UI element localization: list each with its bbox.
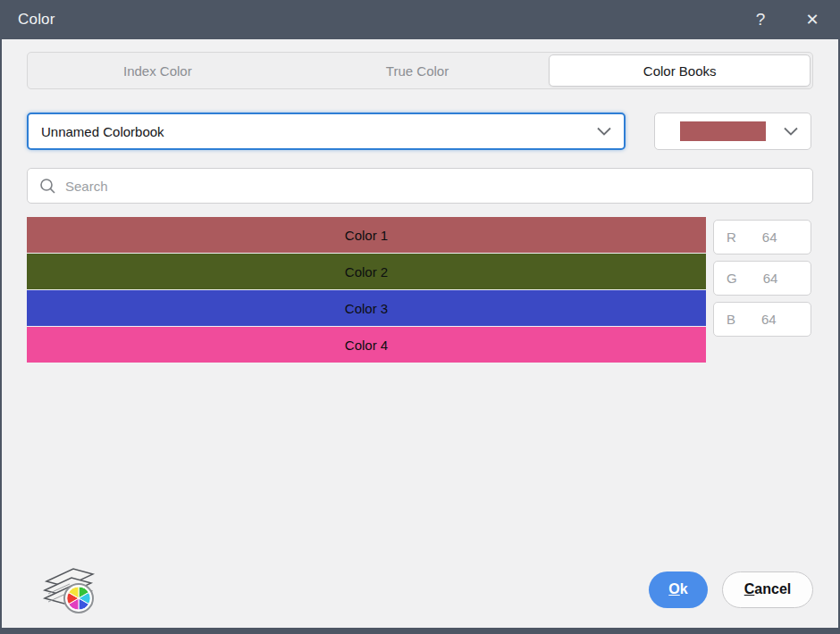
cancel-button[interactable]: Cancel: [722, 571, 813, 608]
chevron-down-icon: [784, 127, 798, 136]
cancel-button-label: Cancel: [744, 581, 791, 597]
list-item[interactable]: Color 3: [27, 290, 706, 326]
color-list: Color 1 Color 2 Color 3 Color 4: [27, 217, 706, 363]
green-value: 64: [763, 271, 778, 286]
red-value: 64: [762, 229, 777, 245]
list-item[interactable]: Color 1: [27, 217, 706, 253]
list-row: Color 1 Color 2 Color 3 Color 4 R 64 G 6…: [27, 217, 813, 363]
window-title: Color: [18, 11, 55, 29]
blue-label: B: [727, 312, 735, 327]
list-item[interactable]: Color 4: [27, 327, 706, 363]
tab-color-books[interactable]: Color Books: [549, 54, 811, 87]
controls-row: Unnamed Colorbook: [27, 113, 813, 150]
close-icon[interactable]: ✕: [786, 0, 838, 39]
blue-value: 64: [761, 312, 777, 327]
search-input[interactable]: Search: [27, 168, 813, 204]
help-icon[interactable]: ?: [735, 0, 786, 39]
red-label: R: [727, 229, 736, 245]
chevron-down-icon: [597, 127, 611, 136]
rgb-fields: R 64 G 64 B 64: [713, 220, 811, 337]
list-item[interactable]: Color 2: [27, 254, 706, 289]
ok-button[interactable]: Ok: [649, 571, 708, 608]
tab-strip: Index Color True Color Color Books: [27, 52, 813, 89]
color-dialog: Color ? ✕ Index Color True Color Color B…: [0, 0, 840, 634]
search-icon: [39, 178, 56, 195]
footer: Ok Cancel: [27, 564, 813, 628]
green-field[interactable]: G 64: [713, 261, 811, 296]
green-label: G: [727, 271, 737, 286]
ok-button-label: Ok: [668, 581, 687, 597]
current-color-swatch: [680, 121, 766, 141]
current-color-select[interactable]: [654, 113, 811, 150]
titlebar: Color ? ✕: [2, 0, 838, 39]
colorbook-select-value: Unnamed Colorbook: [41, 124, 164, 139]
dialog-body: Index Color True Color Color Books Unnam…: [2, 39, 838, 628]
tab-true-color[interactable]: True Color: [288, 53, 548, 88]
colorbook-select[interactable]: Unnamed Colorbook: [27, 113, 626, 150]
tab-index-color[interactable]: Index Color: [28, 53, 288, 88]
red-field[interactable]: R 64: [713, 220, 811, 254]
layers-color-wheel-icon: [43, 564, 97, 614]
search-placeholder: Search: [65, 179, 108, 194]
blue-field[interactable]: B 64: [713, 302, 811, 337]
